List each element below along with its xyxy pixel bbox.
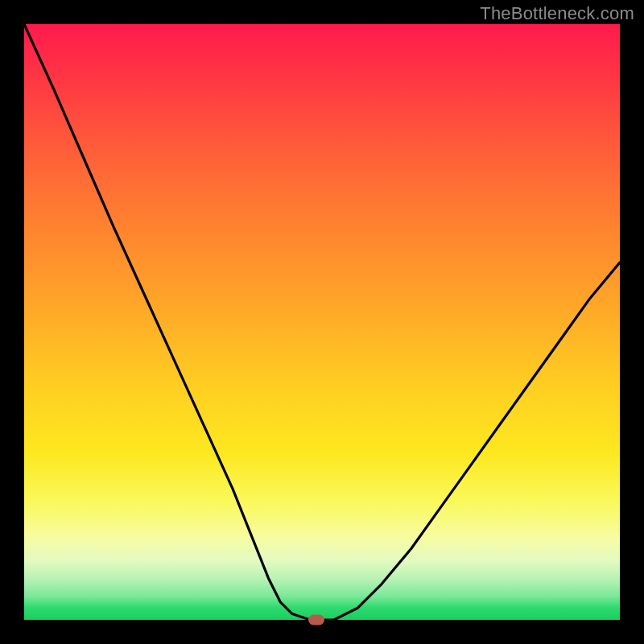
optimal-point-marker xyxy=(308,615,324,625)
chart-frame: TheBottleneck.com xyxy=(0,0,644,644)
plot-area xyxy=(24,24,620,620)
bottleneck-curve xyxy=(24,24,620,620)
attribution-text: TheBottleneck.com xyxy=(480,3,634,24)
